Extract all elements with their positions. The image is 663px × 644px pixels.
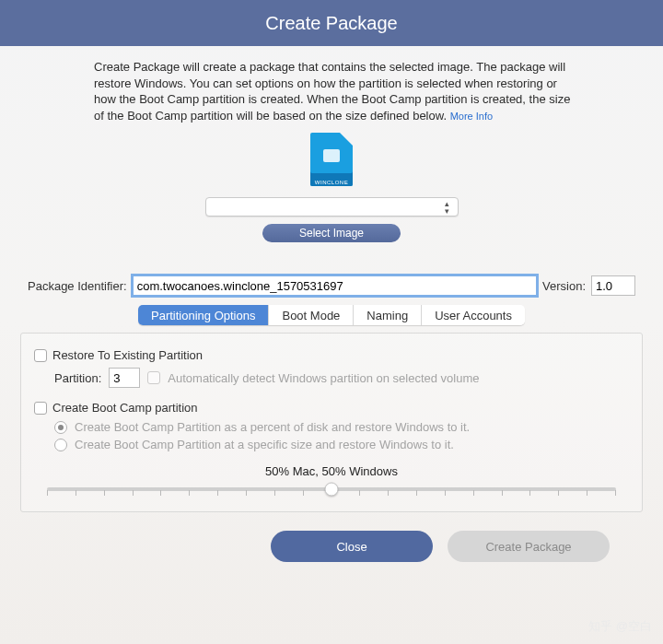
window-title: Create Package	[265, 13, 397, 34]
create-bootcamp-label: Create Boot Camp partition	[52, 401, 198, 415]
close-button[interactable]: Close	[271, 531, 433, 562]
description-body: Create Package will create a package tha…	[94, 60, 570, 123]
package-identifier-field[interactable]	[133, 275, 537, 296]
options-tabs: Partitioning Options Boot Mode Naming Us…	[138, 305, 525, 325]
tab-user-accounts[interactable]: User Accounts	[422, 305, 525, 325]
winclone-document-icon: WINCLONE	[310, 133, 353, 186]
create-package-button: Create Package	[448, 531, 610, 562]
tab-naming[interactable]: Naming	[354, 305, 422, 325]
select-image-button[interactable]: Select Image	[262, 224, 401, 242]
bootcamp-size-label: Create Boot Camp Partition at a specific…	[75, 438, 454, 451]
auto-detect-label: Automatically detect Windows partition o…	[168, 371, 479, 385]
partitioning-options-panel: Restore To Existing Partition Partition:…	[20, 333, 643, 512]
bootcamp-size-radio[interactable]	[54, 439, 67, 451]
package-identifier-label: Package Identifier:	[28, 279, 127, 293]
more-info-link[interactable]: More Info	[450, 111, 493, 122]
slider-thumb[interactable]	[325, 483, 339, 497]
partition-split-label: 50% Mac, 50% Windows	[34, 464, 629, 478]
dialog-footer: Close Create Package	[20, 512, 643, 580]
restore-existing-checkbox[interactable]	[34, 349, 47, 362]
window-titlebar: Create Package	[0, 0, 663, 46]
partition-number-field[interactable]	[109, 368, 140, 388]
partition-split-slider[interactable]	[47, 487, 616, 491]
bootcamp-percent-radio[interactable]	[54, 421, 67, 434]
description-text: Create Package will create a package tha…	[20, 59, 643, 123]
restore-existing-label: Restore To Existing Partition	[52, 348, 203, 362]
version-field[interactable]	[591, 275, 635, 296]
document-icon-caption: WINCLONE	[310, 180, 353, 185]
bootcamp-percent-label: Create Boot Camp Partition as a percent …	[75, 420, 470, 434]
version-label: Version:	[542, 279, 586, 293]
image-select-dropdown[interactable]: ▴▾	[205, 197, 459, 217]
tab-boot-mode[interactable]: Boot Mode	[269, 305, 354, 325]
auto-detect-checkbox[interactable]	[147, 371, 160, 384]
tab-partitioning-options[interactable]: Partitioning Options	[138, 305, 269, 325]
partition-number-label: Partition:	[54, 371, 101, 385]
chevron-updown-icon: ▴▾	[441, 200, 454, 215]
watermark-text: 知乎 @空白	[588, 618, 652, 635]
create-bootcamp-checkbox[interactable]	[34, 402, 47, 415]
